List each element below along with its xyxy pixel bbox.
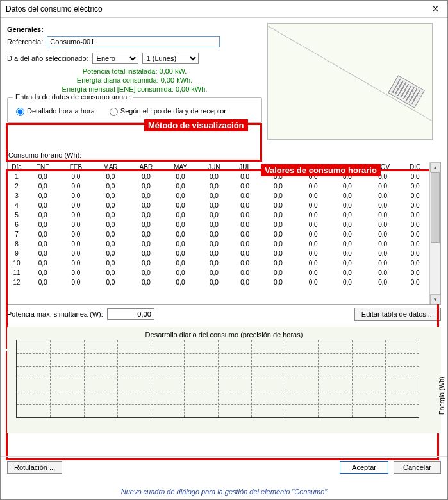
consumo-table: DíaENEFEBMARABRMAYJUNJULAGOSEPOCTNOVDIC1… [7,162,441,305]
table-row[interactable]: 60,00,00,00,00,00,00,00,00,00,00,00,0 [8,220,429,229]
table-header: AGO [260,162,297,172]
table-header: MAY [163,162,197,172]
panel-icon [388,75,425,108]
generales-heading: Generales: [7,26,44,33]
aceptar-button[interactable]: Aceptar [340,461,388,474]
table-header: SEP [297,162,330,172]
dia-select[interactable]: 1 (Lunes) [142,53,199,64]
table-row[interactable]: 40,00,00,00,00,00,00,00,00,00,00,00,0 [8,201,429,210]
table-header: JUN [198,162,230,172]
potencia-label: Potencia máx. simultánea (W): [7,310,103,318]
entrada-group-title: Entrada de datos de consumo anual: [13,93,133,101]
consumo-title: Consumo horario (Wh): [8,151,441,159]
table-header: MAR [92,162,129,172]
scroll-up-icon[interactable]: ▲ [430,162,440,172]
dia-label: Día del año seleccionado: [7,54,88,62]
preview-pane [267,23,433,140]
table-row[interactable]: 10,00,00,00,00,00,00,00,00,00,00,00,0 [8,172,429,181]
summary-text: Potencia total instalada: 0,00 kW. Energ… [7,67,262,94]
table-header: ENE [26,162,60,172]
mes-select[interactable]: Enero [92,53,138,64]
radio-detallado[interactable]: Detallado hora a hora [13,106,95,116]
cancelar-button[interactable]: Cancelar [394,461,441,474]
table-header: ABR [129,162,163,172]
table-header: JUL [230,162,260,172]
chart-title: Desarrollo diario del consumo (precisión… [11,331,437,338]
table-row[interactable]: 70,00,00,00,00,00,00,00,00,00,00,00,0 [8,229,429,239]
radio-tipodia[interactable]: Según el tipo de día y de receptor [106,106,226,116]
rotulacion-button[interactable]: Rotulación ... [7,461,62,474]
chart-area: Desarrollo diario del consumo (precisión… [7,327,441,433]
table-header: FEB [60,162,92,172]
table-header: NOV [365,162,401,172]
figure-caption: Nuevo cuadro de diálogo para la gestión … [1,488,447,496]
scroll-down-icon[interactable]: ▼ [430,294,440,304]
close-icon[interactable]: × [429,1,442,17]
table-row[interactable]: 100,00,00,00,00,00,00,00,00,00,00,00,0 [8,258,429,268]
table-row[interactable]: 20,00,00,00,00,00,00,00,00,00,00,00,0 [8,181,429,191]
table-header: OCT [330,162,365,172]
window-title: Datos del consumo eléctrico [6,1,103,17]
table-row[interactable]: 90,00,00,00,00,00,00,00,00,00,00,00,0 [8,249,429,258]
table-row[interactable]: 120,00,00,00,00,00,00,00,00,00,00,00,0 [8,278,429,287]
table-row[interactable]: 50,00,00,00,00,00,00,00,00,00,00,00,0 [8,210,429,220]
table-header: Día [8,162,26,172]
potencia-input[interactable] [107,308,154,320]
chart-grid [16,340,419,418]
table-row[interactable]: 110,00,00,00,00,00,00,00,00,00,00,00,0 [8,268,429,278]
editar-tabla-button[interactable]: Editar tabla de datos ... [354,308,441,321]
referencia-label: Referencia: [7,38,43,46]
table-scrollbar[interactable]: ▲ ▼ [429,162,440,304]
table-row[interactable]: 80,00,00,00,00,00,00,00,00,00,00,00,0 [8,239,429,249]
referencia-input[interactable] [47,36,220,47]
table-row[interactable]: 30,00,00,00,00,00,00,00,00,00,00,00,0 [8,191,429,201]
chart-ylabel: Energía (Wh) [438,377,445,415]
table-header: DIC [401,162,429,172]
